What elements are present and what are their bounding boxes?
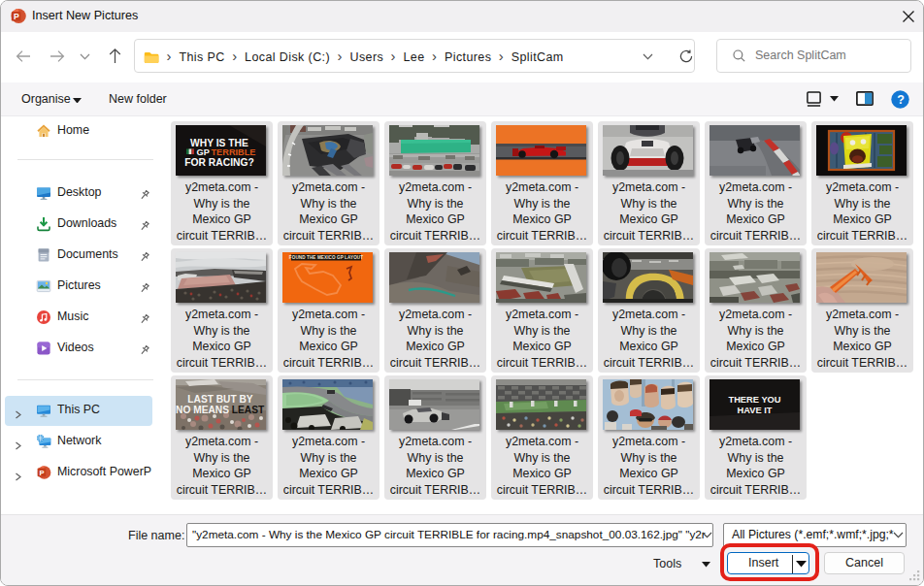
svg-text:FOR RACING?: FOR RACING? [184, 157, 254, 168]
svg-text:GP: GP [197, 147, 210, 157]
svg-text:LAST BUT BY: LAST BUT BY [187, 394, 253, 405]
svg-text:NO MEANS: NO MEANS [176, 405, 229, 415]
svg-text:FOUND THE MEXICO GP LAYOUT: FOUND THE MEXICO GP LAYOUT [289, 255, 363, 260]
svg-text:TERRIBLE: TERRIBLE [212, 147, 256, 157]
svg-text:THERE YOU: THERE YOU [728, 395, 780, 405]
svg-text:LEAST: LEAST [232, 405, 265, 415]
svg-text:HAVE IT: HAVE IT [738, 406, 773, 415]
